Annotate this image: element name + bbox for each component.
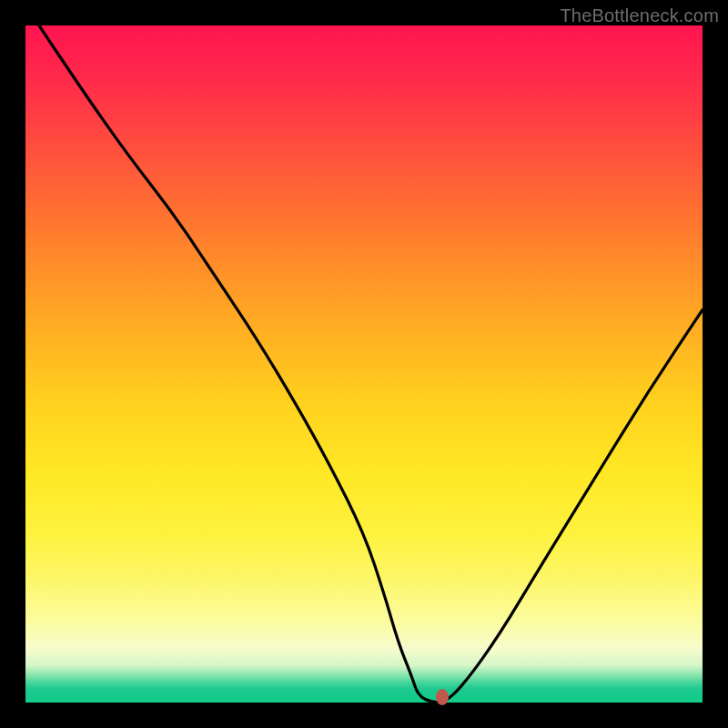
optimum-marker [436,689,449,705]
bottleneck-curve [25,25,703,703]
plot-area [25,25,703,703]
chart-frame: TheBottleneck.com [0,0,728,728]
watermark-text: TheBottleneck.com [560,5,719,26]
